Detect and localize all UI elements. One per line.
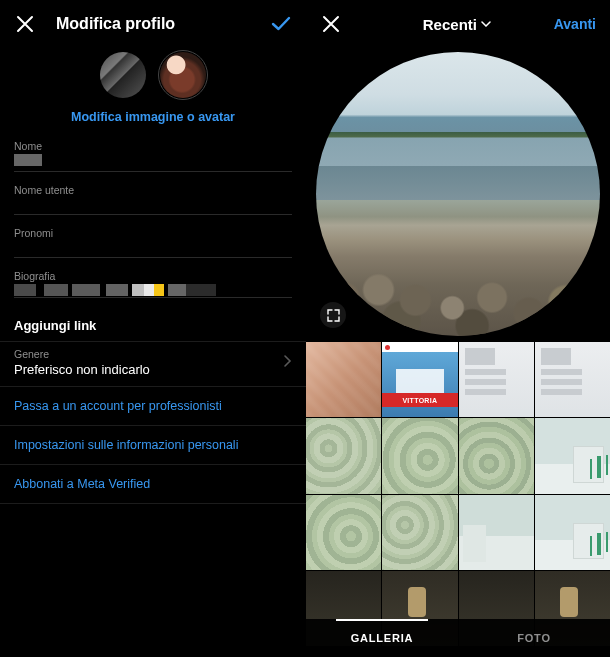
name-value [14, 154, 42, 166]
edit-profile-header: Modifica profilo [0, 0, 306, 46]
confirm-check-icon[interactable] [270, 13, 292, 35]
username-field[interactable]: Nome utente [0, 184, 306, 215]
post-banner-text: VITTORIA [402, 397, 437, 404]
gallery-thumb[interactable] [306, 342, 381, 417]
preview-image[interactable] [316, 52, 600, 336]
gallery-thumb[interactable] [382, 495, 457, 570]
gallery-thumb[interactable]: VITTORIA [382, 342, 457, 417]
switch-pro-account-link[interactable]: Passa a un account per professionisti [0, 387, 306, 426]
source-dropdown[interactable]: Recenti [405, 16, 491, 33]
profile-photo-avatar[interactable] [100, 52, 146, 98]
pronouns-label: Pronomi [14, 227, 292, 239]
meta-verified-link[interactable]: Abbonati a Meta Verified [0, 465, 306, 504]
name-field[interactable]: Nome [0, 140, 306, 172]
illustrated-avatar[interactable] [160, 52, 206, 98]
bottom-tabs: GALLERIA FOTO [306, 619, 610, 657]
personal-info-settings-link[interactable]: Impostazioni sulle informazioni personal… [0, 426, 306, 465]
add-link-row[interactable]: Aggiungi link [0, 310, 306, 342]
bio-field[interactable]: Biografia [0, 270, 306, 298]
username-value [14, 198, 292, 215]
gender-label: Genere [14, 348, 150, 360]
gallery-thumb[interactable] [535, 495, 610, 570]
bio-value [14, 284, 292, 298]
picker-header: Recenti Avanti [306, 0, 610, 46]
avatar-row [0, 52, 306, 98]
tab-gallery[interactable]: GALLERIA [306, 619, 458, 657]
gallery-thumb[interactable] [535, 342, 610, 417]
pronouns-field[interactable]: Pronomi [0, 227, 306, 258]
chevron-right-icon [283, 354, 292, 372]
gallery-thumb[interactable] [306, 418, 381, 493]
bio-label: Biografia [14, 270, 292, 282]
page-title: Modifica profilo [36, 15, 270, 33]
source-label: Recenti [423, 16, 477, 33]
preview-area [306, 46, 610, 342]
gallery-thumb[interactable] [382, 418, 457, 493]
close-icon[interactable] [14, 13, 36, 35]
expand-icon[interactable] [320, 302, 346, 328]
next-button[interactable]: Avanti [554, 16, 596, 32]
gallery-thumb[interactable] [535, 418, 610, 493]
username-label: Nome utente [14, 184, 292, 196]
pronouns-value [14, 241, 292, 258]
gender-value: Preferisco non indicarlo [14, 362, 150, 377]
gallery-thumb[interactable] [459, 418, 534, 493]
gender-row[interactable]: Genere Preferisco non indicarlo [0, 342, 306, 387]
tab-photo[interactable]: FOTO [458, 619, 610, 657]
chevron-down-icon [481, 21, 491, 27]
gallery-grid: VITTORIA [306, 342, 610, 646]
close-icon[interactable] [320, 13, 342, 35]
name-label: Nome [14, 140, 292, 152]
gallery-thumb[interactable] [459, 342, 534, 417]
gallery-thumb[interactable] [306, 495, 381, 570]
gallery-thumb[interactable] [459, 495, 534, 570]
edit-avatar-link[interactable]: Modifica immagine o avatar [0, 110, 306, 124]
